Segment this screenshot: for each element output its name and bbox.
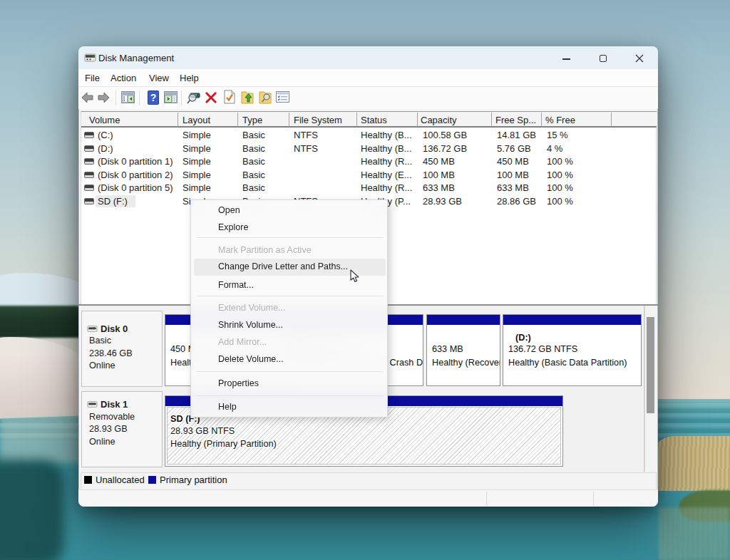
svg-text:?: ? xyxy=(150,92,157,103)
